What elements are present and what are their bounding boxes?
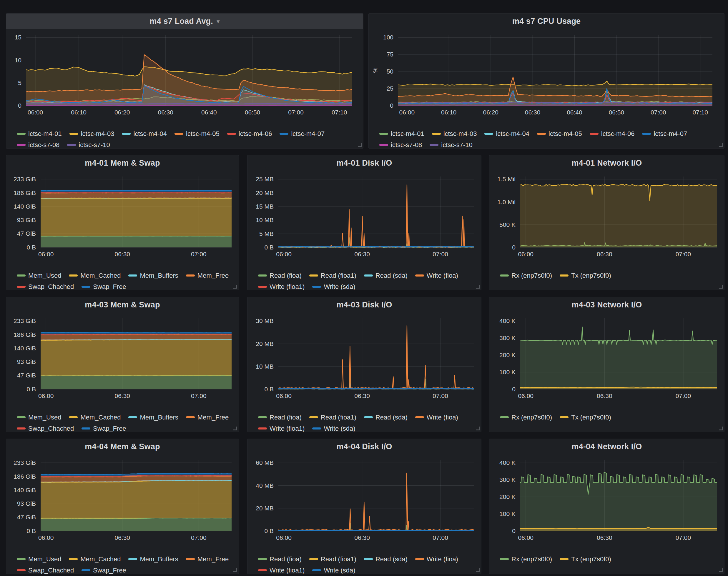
chart-m4-04-disk-io[interactable]: 0 B20 MB40 MB60 MB06:0006:3007:00 (248, 454, 481, 551)
legend-item[interactable]: Read (fioa1) (309, 554, 356, 564)
legend-item[interactable]: Tx (enp7s0f0) (560, 554, 611, 564)
legend-item[interactable]: Swap_Chached (17, 282, 74, 291)
panel-header[interactable]: m4-03 Mem & Swap (6, 297, 239, 312)
legend-item[interactable]: ictsc-s7-10 (430, 140, 472, 150)
panel-resize-handle[interactable] (476, 285, 480, 289)
panel-title[interactable]: m4-03 Disk I/O (337, 300, 392, 310)
panel-resize-handle[interactable] (719, 143, 723, 147)
panel-title[interactable]: m4-03 Network I/O (572, 300, 642, 310)
legend-item[interactable]: Mem_Cached (69, 271, 121, 280)
chart-m4-01-disk-io[interactable]: 0 B5 MB10 MB15 MB20 MB25 MB06:0006:3007:… (248, 171, 481, 268)
chart-m4-04-network-io[interactable]: 0100 K200 K300 K400 K06:0006:3007:00 (489, 454, 724, 551)
legend-item[interactable]: Mem_Cached (69, 412, 121, 422)
legend-item[interactable]: ictsc-m4-06 (590, 129, 635, 139)
legend-item[interactable]: Read (fioa) (258, 271, 302, 280)
legend-item[interactable]: Write (sda) (312, 282, 355, 291)
legend-item[interactable]: Read (fioa1) (309, 271, 356, 280)
legend-item[interactable]: Mem_Buffers (128, 554, 178, 564)
legend-item[interactable]: Write (sda) (312, 566, 355, 575)
legend-item[interactable]: ictsc-m4-05 (174, 129, 220, 139)
panel-header[interactable]: m4-03 Network I/O (489, 297, 724, 312)
panel-title[interactable]: m4-03 Mem & Swap (85, 300, 160, 310)
panel-resize-handle[interactable] (719, 568, 723, 572)
legend-item[interactable]: Mem_Buffers (128, 412, 178, 422)
chart-cpu-usage[interactable]: 025507510006:0006:1006:2006:3006:4006:50… (369, 29, 724, 126)
panel-title[interactable]: m4-04 Mem & Swap (85, 442, 160, 451)
legend-item[interactable]: Write (fioa) (415, 412, 458, 422)
panel-title[interactable]: m4-04 Disk I/O (337, 442, 392, 451)
panel-title[interactable]: m4-01 Disk I/O (337, 159, 392, 168)
legend-item[interactable]: Swap_Free (82, 424, 126, 433)
legend-item[interactable]: Read (sda) (364, 412, 408, 422)
panel-resize-handle[interactable] (233, 568, 237, 572)
legend-item[interactable]: Mem_Used (17, 271, 61, 280)
panel-resize-handle[interactable] (476, 568, 480, 572)
legend-item[interactable]: ictsc-s7-08 (17, 140, 59, 150)
chevron-down-icon[interactable]: ▾ (217, 18, 220, 24)
legend-item[interactable]: Mem_Free (186, 271, 229, 280)
legend-item[interactable]: Mem_Cached (69, 554, 121, 564)
legend-item[interactable]: ictsc-m4-04 (484, 129, 529, 139)
legend-item[interactable]: Swap_Chached (17, 566, 74, 575)
legend-item[interactable]: Mem_Buffers (128, 271, 178, 280)
panel-header[interactable]: m4-04 Network I/O (489, 439, 724, 454)
legend-item[interactable]: Write (fioa1) (258, 282, 305, 291)
chart-m4-04-mem-swap[interactable]: 0 B47 GiB93 GiB140 GiB186 GiB233 GiB06:0… (6, 454, 239, 551)
chart-m4-03-network-io[interactable]: 0100 K200 K300 K400 K06:0006:3007:00 (489, 312, 724, 409)
chart-m4-03-disk-io[interactable]: 0 B10 MB20 MB30 MB06:0006:3007:00 (248, 312, 481, 409)
legend-item[interactable]: Write (fioa) (415, 271, 458, 280)
chart-m4-03-mem-swap[interactable]: 0 B47 GiB93 GiB140 GiB186 GiB233 GiB06:0… (6, 312, 239, 409)
panel-resize-handle[interactable] (719, 427, 723, 430)
panel-header[interactable]: m4-01 Disk I/O (248, 155, 481, 171)
panel-title[interactable]: m4-01 Mem & Swap (85, 159, 160, 168)
panel-title[interactable]: m4 s7 CPU Usage (512, 17, 581, 26)
legend-item[interactable]: Mem_Used (17, 412, 61, 422)
panel-header[interactable]: m4-04 Disk I/O (248, 439, 481, 454)
legend-item[interactable]: Write (sda) (312, 424, 355, 433)
panel-title[interactable]: m4 s7 Load Avg. (149, 17, 213, 26)
chart-m4-01-mem-swap[interactable]: 0 B47 GiB93 GiB140 GiB186 GiB233 GiB06:0… (6, 171, 239, 268)
panel-resize-handle[interactable] (358, 143, 362, 147)
legend-item[interactable]: Write (fioa1) (258, 566, 305, 575)
panel-header[interactable]: m4-01 Network I/O (489, 155, 724, 171)
panel-resize-handle[interactable] (233, 285, 237, 289)
legend-item[interactable]: ictsc-m4-01 (379, 129, 424, 139)
legend-item[interactable]: Write (fioa1) (258, 424, 305, 433)
panel-title[interactable]: m4-04 Network I/O (572, 442, 642, 451)
legend-item[interactable]: Rx (enp7s0f0) (500, 412, 552, 422)
chart-load-avg[interactable]: 05101506:0006:1006:2006:3006:4006:5007:0… (6, 29, 363, 126)
panel-resize-handle[interactable] (233, 427, 237, 430)
legend-item[interactable]: ictsc-m4-06 (227, 129, 272, 139)
legend-item[interactable]: Write (fioa) (415, 554, 458, 564)
legend-item[interactable]: Rx (enp7s0f0) (500, 554, 552, 564)
legend-item[interactable]: ictsc-s7-08 (379, 140, 422, 150)
panel-resize-handle[interactable] (476, 427, 480, 430)
legend-item[interactable]: Read (fioa) (258, 412, 302, 422)
legend-item[interactable]: Swap_Chached (17, 424, 74, 433)
panel-resize-handle[interactable] (719, 285, 723, 289)
legend-item[interactable]: Read (fioa) (258, 554, 302, 564)
legend-item[interactable]: Mem_Free (186, 554, 229, 564)
legend-item[interactable]: Rx (enp7s0f0) (500, 271, 552, 280)
legend-item[interactable]: Tx (enp7s0f0) (560, 412, 611, 422)
legend-item[interactable]: ictsc-s7-10 (67, 140, 110, 150)
panel-header[interactable]: m4-04 Mem & Swap (6, 439, 239, 454)
panel-header[interactable]: m4-01 Mem & Swap (6, 155, 239, 171)
legend-item[interactable]: Mem_Used (17, 554, 61, 564)
legend-item[interactable]: Swap_Free (82, 282, 126, 291)
panel-header[interactable]: m4 s7 CPU Usage (369, 13, 724, 29)
legend-item[interactable]: ictsc-m4-04 (122, 129, 167, 139)
legend-item[interactable]: ictsc-m4-03 (432, 129, 477, 139)
panel-header[interactable]: m4-03 Disk I/O (248, 297, 481, 312)
legend-item[interactable]: Read (sda) (364, 554, 408, 564)
legend-item[interactable]: ictsc-m4-07 (280, 129, 325, 139)
legend-item[interactable]: Mem_Free (186, 412, 229, 422)
legend-item[interactable]: Read (fioa1) (309, 412, 356, 422)
legend-item[interactable]: ictsc-m4-07 (642, 129, 687, 139)
legend-item[interactable]: ictsc-m4-05 (537, 129, 582, 139)
legend-item[interactable]: ictsc-m4-01 (17, 129, 62, 139)
panel-title[interactable]: m4-01 Network I/O (572, 159, 642, 168)
chart-m4-01-network-io[interactable]: 0500 K1.0 Mil1.5 Mil06:0006:3007:00 (489, 171, 724, 268)
panel-header[interactable]: m4 s7 Load Avg. ▾ (6, 13, 363, 29)
legend-item[interactable]: Tx (enp7s0f0) (560, 271, 611, 280)
